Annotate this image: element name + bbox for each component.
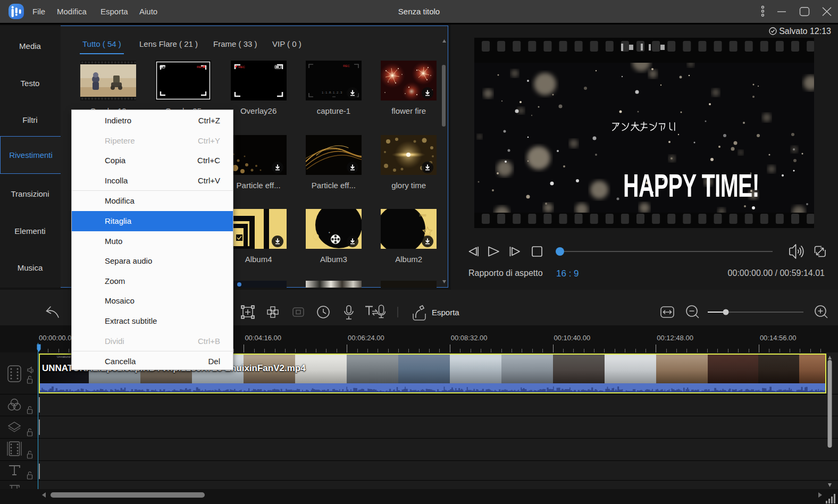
svg-text:REC: REC (238, 65, 245, 69)
svg-text:Esporta: Esporta (432, 308, 459, 317)
svg-text:1:1.8.1.2.3: 1:1.8.1.2.3 (322, 91, 342, 94)
svg-text:3000: 3000 (419, 214, 426, 217)
svg-text:REC: REC (197, 65, 204, 69)
svg-text:REC: REC (343, 64, 350, 68)
svg-text:*: * (329, 231, 330, 235)
